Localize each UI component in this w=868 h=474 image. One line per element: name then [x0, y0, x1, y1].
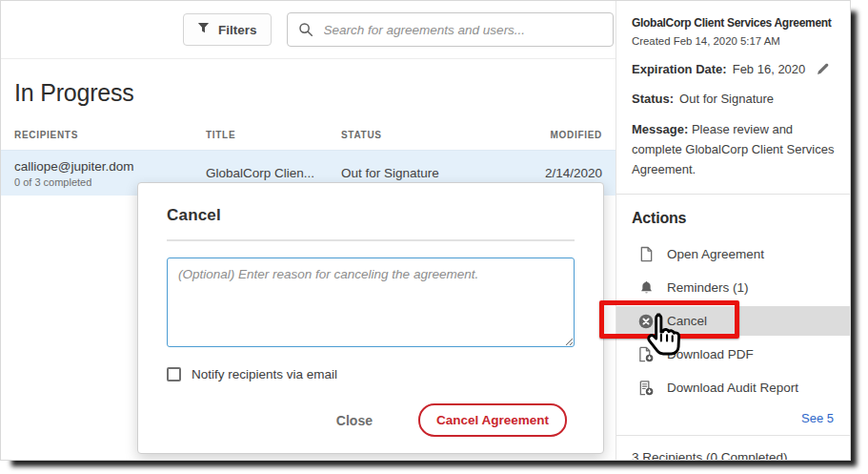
app-window: Filters In Progress RECIPIENTS TITLE STA…: [0, 0, 851, 461]
table-header-row: RECIPIENTS TITLE STATUS MODIFIED: [1, 130, 616, 140]
expiration-row: Expiration Date: Feb 16, 2020: [632, 62, 835, 76]
toolbar: Filters: [1, 1, 616, 59]
status-row: Status: Out for Signature: [632, 92, 835, 106]
action-label: Cancel: [667, 314, 707, 328]
action-cancel[interactable]: Cancel: [616, 306, 850, 336]
detail-sidebar: GlobalCorp Client Services Agreement Cre…: [616, 1, 850, 460]
cancel-dialog: Cancel Notify recipients via email Close…: [137, 182, 604, 454]
search-icon: [298, 22, 313, 37]
dialog-title: Cancel: [167, 206, 575, 225]
notify-checkbox-label: Notify recipients via email: [192, 367, 337, 381]
created-date: Created Feb 14, 2020 5:17 AM: [632, 35, 835, 47]
document-icon: [637, 246, 655, 262]
cancel-circle-icon: [637, 314, 655, 329]
cell-modified: 2/14/2020: [532, 166, 602, 180]
search-box: [287, 12, 614, 47]
cell-title: GlobalCorp Clien...: [206, 166, 341, 180]
notify-checkbox[interactable]: [167, 367, 181, 381]
action-label: Reminders (1): [667, 280, 749, 295]
close-button[interactable]: Close: [331, 412, 378, 429]
status-value: Out for Signature: [679, 92, 774, 106]
download-pdf-icon: [637, 346, 655, 362]
action-download-pdf[interactable]: Download PDF: [632, 338, 835, 371]
bell-icon: [637, 280, 655, 296]
actions-heading: Actions: [632, 210, 835, 227]
expiration-value: Feb 16, 2020: [733, 62, 806, 76]
action-label: Open Agreement: [667, 247, 764, 261]
notify-checkbox-row: Notify recipients via email: [167, 367, 575, 381]
col-header-recipients[interactable]: RECIPIENTS: [14, 130, 206, 140]
col-header-modified[interactable]: MODIFIED: [532, 130, 602, 140]
filters-button-label: Filters: [218, 23, 257, 37]
col-header-title[interactable]: TITLE: [206, 130, 341, 140]
action-label: Download Audit Report: [667, 381, 798, 395]
action-label: Download PDF: [667, 347, 754, 361]
recipients-summary: 3 Recipients (0 Completed): [632, 436, 835, 461]
action-download-audit-report[interactable]: Download Audit Report: [632, 371, 835, 404]
recipient-email: calliope@jupiter.dom: [14, 159, 206, 174]
cancel-agreement-button[interactable]: Cancel Agreement: [418, 403, 567, 437]
sidebar-divider: [616, 194, 850, 195]
search-input[interactable]: [322, 22, 602, 38]
edit-pencil-icon[interactable]: [816, 62, 830, 76]
action-reminders[interactable]: Reminders (1): [632, 271, 835, 304]
filter-funnel-icon: [197, 22, 210, 37]
message-label: Message:: [632, 122, 688, 136]
page-title: In Progress: [14, 79, 616, 107]
actions-list: Open Agreement Reminders (1) Cancel: [632, 237, 835, 404]
status-label: Status:: [632, 92, 674, 106]
audit-report-icon: [637, 380, 655, 396]
col-header-status[interactable]: STATUS: [341, 130, 532, 140]
expiration-label: Expiration Date:: [632, 62, 727, 76]
cell-status: Out for Signature: [341, 166, 532, 180]
main-panel: Filters In Progress RECIPIENTS TITLE STA…: [1, 1, 616, 460]
dialog-buttons: Close Cancel Agreement: [167, 403, 575, 437]
action-open-agreement[interactable]: Open Agreement: [632, 237, 835, 271]
agreement-title: GlobalCorp Client Services Agreement: [632, 16, 835, 30]
message-row: Message: Please review and complete Glob…: [632, 120, 835, 179]
see-more-link[interactable]: See 5: [632, 411, 835, 425]
dialog-divider: [167, 239, 575, 241]
cancel-reason-textarea[interactable]: [167, 258, 575, 347]
filters-button[interactable]: Filters: [183, 13, 272, 46]
